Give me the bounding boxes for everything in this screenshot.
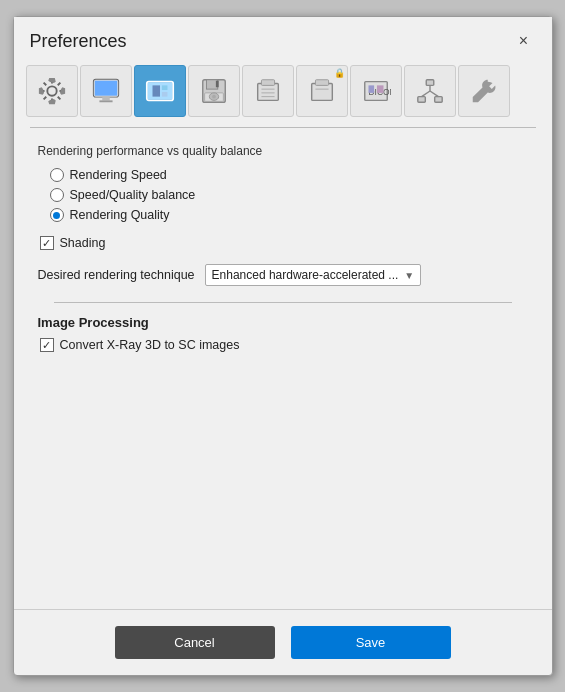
- model-icon: [253, 76, 283, 106]
- dialog-title: Preferences: [30, 31, 127, 52]
- svg-line-29: [430, 91, 438, 97]
- gear-tab[interactable]: [26, 65, 78, 117]
- radio-quality-label: Rendering Quality: [70, 208, 170, 222]
- radio-quality[interactable]: Rendering Quality: [50, 208, 528, 222]
- svg-rect-24: [426, 80, 434, 86]
- monitor-icon: [91, 76, 121, 106]
- lock-tab[interactable]: 🔒: [296, 65, 348, 117]
- svg-rect-5: [99, 100, 112, 102]
- cancel-button[interactable]: Cancel: [115, 626, 275, 659]
- radio-speed-circle[interactable]: [50, 168, 64, 182]
- rendering-section-label: Rendering performance vs quality balance: [38, 144, 528, 158]
- network-tab[interactable]: [404, 65, 456, 117]
- radio-balance-circle[interactable]: [50, 188, 64, 202]
- tools-icon: [469, 76, 499, 106]
- dicom-tab[interactable]: DICOM: [350, 65, 402, 117]
- svg-rect-25: [417, 97, 425, 103]
- toolbar: 🔒 DICOM: [14, 61, 552, 117]
- svg-rect-14: [257, 84, 278, 101]
- svg-rect-3: [94, 81, 117, 96]
- image-processing-section: Image Processing Convert X-Ray 3D to SC …: [38, 315, 528, 352]
- convert-xray-label: Convert X-Ray 3D to SC images: [60, 338, 240, 352]
- svg-rect-20: [315, 80, 328, 86]
- network-icon: [415, 76, 445, 106]
- technique-row: Desired rendering technique Enhanced har…: [38, 264, 528, 286]
- main-content: Rendering performance vs quality balance…: [14, 140, 552, 609]
- technique-selected: Enhanced hardware-accelerated ...: [212, 268, 399, 282]
- technique-label: Desired rendering technique: [38, 268, 195, 282]
- svg-rect-10: [215, 81, 218, 88]
- model-tab[interactable]: [242, 65, 294, 117]
- svg-point-0: [47, 86, 56, 95]
- close-button[interactable]: ×: [512, 29, 536, 53]
- render-tab[interactable]: [134, 65, 186, 117]
- convert-xray-row[interactable]: Convert X-Ray 3D to SC images: [40, 338, 528, 352]
- preferences-dialog: Preferences ×: [13, 16, 553, 676]
- disk-icon: [199, 76, 229, 106]
- convert-xray-checkbox[interactable]: [40, 338, 54, 352]
- dicom-icon: DICOM: [361, 76, 391, 106]
- dropdown-arrow-icon: ▼: [404, 270, 414, 281]
- svg-rect-19: [311, 84, 332, 101]
- display-tab[interactable]: [80, 65, 132, 117]
- svg-rect-4: [102, 97, 110, 101]
- radio-balance-label: Speed/Quality balance: [70, 188, 196, 202]
- image-processing-title: Image Processing: [38, 315, 528, 330]
- locked-icon: [307, 76, 337, 106]
- technique-dropdown[interactable]: Enhanced hardware-accelerated ... ▼: [205, 264, 422, 286]
- render-quality-group: Rendering Speed Speed/Quality balance Re…: [50, 168, 528, 222]
- radio-balance[interactable]: Speed/Quality balance: [50, 188, 528, 202]
- radio-speed-label: Rendering Speed: [70, 168, 167, 182]
- section-divider: [54, 302, 512, 303]
- svg-rect-15: [261, 80, 274, 86]
- shading-checkbox[interactable]: [40, 236, 54, 250]
- shading-row[interactable]: Shading: [40, 236, 528, 250]
- save-tab[interactable]: [188, 65, 240, 117]
- radio-speed[interactable]: Rendering Speed: [50, 168, 528, 182]
- svg-line-28: [421, 91, 429, 97]
- render-icon: [145, 76, 175, 106]
- gear-icon: [37, 76, 67, 106]
- tools-tab[interactable]: [458, 65, 510, 117]
- dialog-footer: Cancel Save: [14, 609, 552, 675]
- shading-label: Shading: [60, 236, 106, 250]
- svg-point-13: [212, 95, 216, 99]
- title-bar: Preferences ×: [14, 17, 552, 61]
- toolbar-divider: [30, 127, 536, 128]
- lock-badge-icon: 🔒: [334, 68, 345, 78]
- radio-quality-circle[interactable]: [50, 208, 64, 222]
- svg-rect-26: [434, 97, 442, 103]
- save-button[interactable]: Save: [291, 626, 451, 659]
